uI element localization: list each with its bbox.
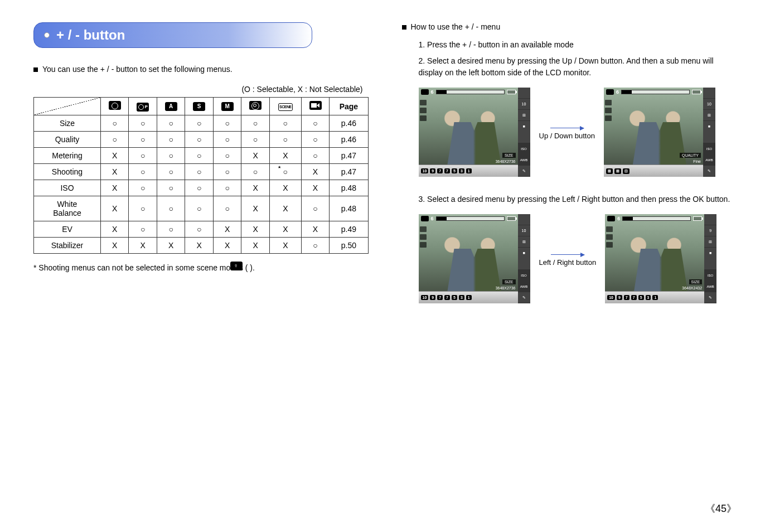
cell: ○	[301, 196, 329, 221]
cell: ○	[301, 115, 329, 132]
cell: X	[301, 221, 329, 238]
cell: X	[213, 238, 241, 254]
cell: X	[269, 238, 301, 254]
cell: ○	[241, 164, 269, 180]
col-page: Page	[330, 98, 368, 115]
cell: ○	[129, 196, 157, 221]
cell: X	[157, 238, 185, 254]
table-row: StabilizerXXXXXXX○p.50	[34, 238, 369, 254]
cell: X	[241, 221, 269, 238]
row-name: Quality	[34, 132, 101, 148]
arrow-label-2: Left / Right button	[539, 258, 597, 267]
lcd-preview-1a: 10⊞■ISOAWB✎ 6 SIZE 10977531 3648X2736	[419, 88, 530, 177]
arrow-updown: Up / Down button	[539, 124, 595, 140]
size-label-3: SIZE	[689, 279, 703, 284]
video-icon	[309, 101, 322, 110]
row-name: ISO	[34, 180, 101, 196]
cell: X	[269, 148, 301, 164]
resolution-text-2b: 3648X2432	[682, 286, 702, 290]
cell: ○	[185, 221, 213, 238]
cell: ○	[301, 148, 329, 164]
page-cell: p.47	[330, 148, 368, 164]
intro-text: You can use the + / - button to set the …	[42, 65, 233, 74]
footnote: * Shooting menus can not be selected in …	[33, 262, 369, 272]
resolution-text: 3648X2736	[496, 159, 516, 163]
page-title: + / - button	[33, 22, 312, 48]
cell: ○	[101, 132, 129, 148]
cell: ○	[157, 180, 185, 196]
menu-table: P A S M SCENE Page Size○○○○○○○○p.46Quali…	[33, 97, 369, 254]
row-name: Metering	[34, 148, 101, 164]
col-p: P	[129, 98, 157, 115]
quality-label: QUALITY	[680, 153, 701, 158]
page-cell: p.48	[330, 196, 368, 221]
table-row: MeteringX○○○○XX○p.47	[34, 148, 369, 164]
cell: X	[101, 221, 129, 238]
row-name: Size	[34, 115, 101, 132]
cell: ○	[129, 221, 157, 238]
preview-row-2: 10⊞■ISOAWB✎ 6 SIZE 10977531 3648X2736 Le…	[419, 214, 737, 303]
cell: X	[241, 148, 269, 164]
cell: X	[241, 238, 269, 254]
table-row: WhiteBalanceX○○○○XX○p.48	[34, 196, 369, 221]
cell: ○	[213, 132, 241, 148]
table-row: Quality○○○○○○○○p.46	[34, 132, 369, 148]
lcd-preview-2b: 9⊞■ISOAWB✎ 6 SIZE 10977531 3648X2432	[605, 214, 716, 303]
cell: ○	[157, 115, 185, 132]
cell: ○	[241, 132, 269, 148]
cell: X	[269, 221, 301, 238]
cell: ○	[101, 115, 129, 132]
cell: ○	[157, 196, 185, 221]
cell: ○	[129, 132, 157, 148]
cell: X	[269, 196, 301, 221]
lcd-preview-1b: 10⊞■ISOAWB✎ 6 QUALITY ⊞⊞⊡ Fine	[604, 88, 715, 177]
page-cell: p.46	[330, 132, 368, 148]
fine-text: Fine	[693, 159, 701, 163]
cell: X	[101, 196, 129, 221]
cell: ○	[269, 132, 301, 148]
intro-line: You can use the + / - button to set the …	[33, 65, 369, 74]
bullet-icon	[402, 25, 406, 30]
lcd-preview-2a: 10⊞■ISOAWB✎ 6 SIZE 10977531 3648X2736	[419, 214, 530, 303]
page-number: 45	[705, 502, 737, 515]
size-label: SIZE	[502, 153, 516, 158]
cell: X	[301, 180, 329, 196]
camera-icon	[109, 101, 121, 110]
col-a: A	[157, 98, 185, 115]
cell: ○	[185, 132, 213, 148]
cell: ○	[185, 164, 213, 180]
col-video	[301, 98, 329, 115]
size-label-2: SIZE	[502, 279, 516, 284]
cell: ○	[157, 148, 185, 164]
row-name: Shooting	[34, 164, 101, 180]
table-legend: (O : Selectable, X : Not Selectable)	[33, 85, 363, 94]
cell: X	[185, 238, 213, 254]
table-row: Size○○○○○○○○p.46	[34, 115, 369, 132]
camera-p-icon: P	[137, 103, 149, 112]
cell: ○	[301, 238, 329, 254]
step2: 2. Select a desired menu by pressing the…	[419, 55, 737, 79]
asm-icon	[249, 101, 261, 110]
cell: ○	[213, 115, 241, 132]
bullet-icon	[33, 67, 38, 72]
resolution-text-2a: 3648X2736	[496, 286, 516, 290]
cell: X	[269, 180, 301, 196]
howto-heading: How to use the + / - menu	[411, 22, 501, 31]
cell: ○	[269, 115, 301, 132]
row-name: EV	[34, 221, 101, 238]
cell: ○	[129, 164, 157, 180]
cell: X	[213, 221, 241, 238]
mode-m-icon: M	[221, 102, 234, 111]
cell: ○	[129, 148, 157, 164]
table-row: ShootingX○○○○○○Xp.47	[34, 164, 369, 180]
diag-header	[34, 98, 101, 115]
cell: ○	[129, 180, 157, 196]
table-row: ISOX○○○○XXXp.48	[34, 180, 369, 196]
col-m: M	[213, 98, 241, 115]
cell: X	[241, 196, 269, 221]
col-auto	[101, 98, 129, 115]
row-name: WhiteBalance	[34, 196, 101, 221]
preview-row-1: 10⊞■ISOAWB✎ 6 SIZE 10977531 3648X2736 Up…	[419, 88, 737, 177]
howto-heading-line: How to use the + / - menu	[402, 22, 737, 31]
cell: X	[101, 238, 129, 254]
